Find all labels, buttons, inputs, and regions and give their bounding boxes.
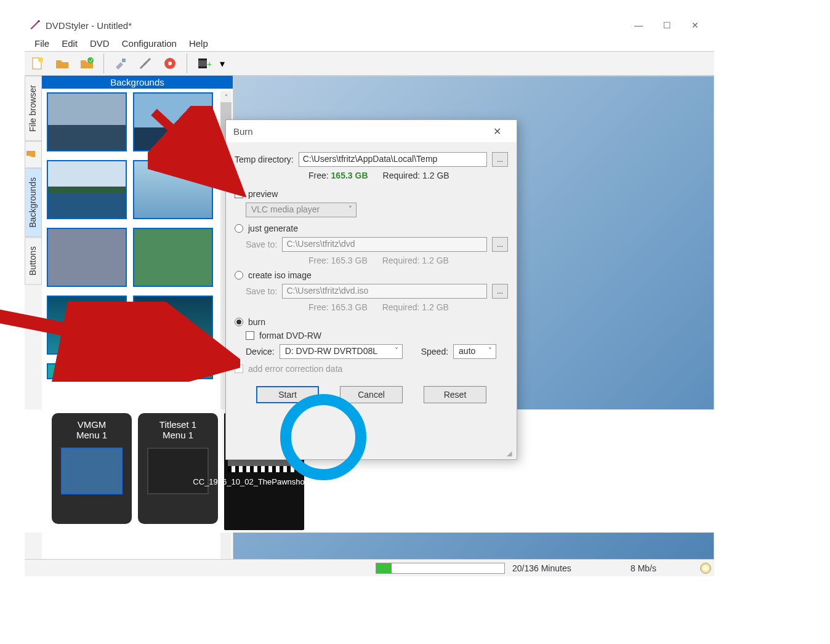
device-label: Device:: [246, 347, 275, 356]
toolbar: + ▾: [25, 51, 714, 76]
bg-thumb[interactable]: [47, 296, 127, 355]
menu-dvd[interactable]: DVD: [84, 36, 116, 50]
tab-folder-icon[interactable]: [25, 141, 42, 168]
save-button[interactable]: [76, 53, 97, 74]
close-button[interactable]: ✕: [681, 16, 709, 34]
burn-dialog: Burn ✕ Temp directory: C:\Users\tfritz\A…: [225, 119, 517, 460]
tools-button[interactable]: [135, 53, 156, 74]
tile-sublabel: Menu 1: [163, 430, 193, 440]
temp-browse-button[interactable]: ...: [492, 152, 508, 167]
ecc-checkbox[interactable]: [235, 364, 243, 373]
bg-thumb[interactable]: [133, 296, 213, 355]
start-button[interactable]: Start: [256, 386, 319, 403]
speed-select[interactable]: auto: [453, 344, 496, 359]
scroll-up-icon[interactable]: ˄: [220, 91, 232, 102]
svg-point-0: [38, 20, 40, 22]
tile-preview: [61, 448, 123, 494]
player-select[interactable]: VLC media player: [246, 203, 357, 217]
menu-configuration[interactable]: Configuration: [116, 36, 183, 50]
preview-label: preview: [248, 189, 278, 199]
vmgm-tile[interactable]: VMGM Menu 1: [52, 413, 132, 524]
reset-button[interactable]: Reset: [424, 386, 486, 403]
new-button[interactable]: [27, 53, 48, 74]
add-video-dropdown[interactable]: ▾: [218, 53, 227, 74]
preview-checkbox[interactable]: [235, 190, 243, 198]
svg-point-2: [38, 57, 43, 62]
req3-label: Required: 1.2 GB: [382, 302, 449, 312]
device-select[interactable]: D: DVD-RW DVRTD08L: [280, 344, 403, 359]
just-generate-label: just generate: [248, 223, 298, 233]
menubar: File Edit DVD Configuration Help: [25, 35, 714, 51]
temp-dir-input[interactable]: C:\Users\tfritz\AppData\Local\Temp: [299, 152, 487, 167]
status-time: 20/136 Minutes: [512, 563, 571, 573]
bg-thumb[interactable]: [133, 92, 213, 151]
tab-file-browser[interactable]: File browser: [25, 76, 42, 141]
bg-thumb[interactable]: [47, 363, 127, 379]
svg-rect-9: [198, 66, 207, 68]
disc-icon: [700, 563, 711, 574]
burn-button[interactable]: [159, 53, 180, 74]
ecc-label: add error correction data: [248, 364, 342, 374]
window-title: DVDStyler - Untitled*: [46, 20, 132, 31]
dialog-title: Burn: [233, 126, 253, 137]
bg-thumb[interactable]: [47, 160, 127, 219]
free3-label: Free: 165.3 GB: [308, 302, 368, 312]
save-to-1-label: Save to:: [246, 239, 277, 249]
temp-dir-label: Temp directory:: [235, 155, 294, 164]
menu-help[interactable]: Help: [183, 36, 214, 50]
svg-rect-8: [198, 58, 207, 60]
bg-thumb[interactable]: [133, 160, 213, 219]
free2-label: Free: 165.3 GB: [308, 256, 368, 265]
app-icon: [30, 20, 41, 31]
titlebar: DVDStyler - Untitled* — ☐ ✕: [25, 15, 714, 35]
create-iso-radio[interactable]: [235, 271, 243, 280]
free-label: Free: 165.3 GB: [308, 171, 368, 180]
open-button[interactable]: [52, 53, 73, 74]
req2-label: Required: 1.2 GB: [382, 256, 449, 265]
save-to-2-browse[interactable]: ...: [492, 284, 508, 299]
bg-thumb[interactable]: [47, 228, 127, 287]
just-generate-radio[interactable]: [235, 224, 243, 233]
speed-label: Speed:: [421, 347, 448, 356]
create-iso-label: create iso image: [248, 270, 312, 280]
backgrounds-header: Backgrounds: [42, 76, 233, 89]
svg-text:+: +: [207, 59, 211, 69]
titleset-tile[interactable]: Titleset 1 Menu 1: [138, 413, 218, 524]
save-to-2-label: Save to:: [246, 286, 277, 296]
format-label: format DVD-RW: [259, 331, 321, 340]
maximize-button[interactable]: ☐: [653, 16, 681, 34]
add-video-button[interactable]: +: [193, 53, 214, 74]
save-to-1-browse[interactable]: ...: [492, 237, 508, 252]
bg-thumb[interactable]: [47, 92, 127, 151]
svg-point-6: [168, 62, 172, 65]
resize-grip-icon[interactable]: ◢: [507, 449, 515, 458]
tile-label: VMGM: [78, 419, 107, 430]
tab-backgrounds[interactable]: Backgrounds: [25, 168, 42, 237]
tile-label: Titleset 1: [159, 419, 196, 430]
bg-thumb[interactable]: [133, 228, 213, 287]
save-to-2-input[interactable]: C:\Users\tfritz\dvd.iso: [282, 284, 487, 299]
tile-preview: [147, 448, 209, 494]
required-label: Required: 1.2 GB: [383, 171, 449, 180]
tab-buttons[interactable]: Buttons: [25, 237, 42, 284]
video-caption: CC_1916_10_02_ThePawnshop_512kb: [193, 477, 335, 487]
minimize-button[interactable]: —: [624, 16, 653, 34]
cancel-button[interactable]: Cancel: [340, 386, 403, 403]
bg-thumb[interactable]: [133, 363, 213, 379]
svg-rect-4: [122, 58, 126, 62]
disc-usage-bar: [376, 563, 505, 574]
dialog-close-button[interactable]: ✕: [485, 123, 509, 140]
status-bitrate: 8 Mb/s: [631, 563, 656, 573]
format-checkbox[interactable]: [246, 331, 254, 340]
settings-button[interactable]: [110, 53, 131, 74]
menu-file[interactable]: File: [28, 36, 55, 50]
menu-edit[interactable]: Edit: [55, 36, 84, 50]
tile-sublabel: Menu 1: [76, 430, 107, 440]
dialog-titlebar: Burn ✕: [226, 120, 517, 142]
status-bar: 20/136 Minutes 8 Mb/s: [25, 559, 714, 576]
burn-radio[interactable]: [235, 318, 243, 326]
save-to-1-input[interactable]: C:\Users\tfritz\dvd: [282, 237, 487, 252]
burn-label: burn: [248, 317, 265, 327]
